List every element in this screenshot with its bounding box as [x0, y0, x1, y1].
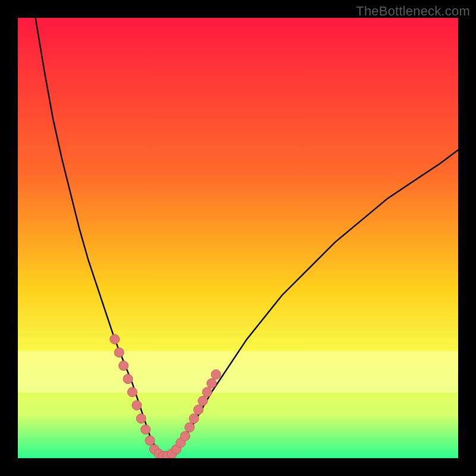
- highlight-dot: [211, 369, 221, 379]
- highlight-dot: [110, 334, 120, 344]
- pale-highlight-band: [18, 351, 458, 393]
- highlight-dot: [193, 405, 203, 415]
- highlight-dot: [189, 414, 199, 423]
- highlight-dot: [207, 378, 217, 388]
- highlight-dot: [123, 374, 133, 384]
- highlight-dot: [127, 387, 137, 397]
- highlight-dot: [119, 361, 129, 371]
- highlight-dot: [198, 396, 208, 406]
- plot-frame: [18, 18, 458, 458]
- highlight-dot: [185, 422, 195, 432]
- highlight-dot: [141, 425, 151, 434]
- highlight-dot: [114, 347, 124, 357]
- highlight-dot: [180, 431, 190, 441]
- highlight-dot: [136, 414, 146, 423]
- highlight-dot: [202, 387, 212, 397]
- highlight-dot: [145, 436, 155, 445]
- bottleneck-chart: [18, 18, 458, 458]
- watermark-text: TheBottleneck.com: [356, 4, 470, 19]
- highlight-dot: [132, 400, 142, 410]
